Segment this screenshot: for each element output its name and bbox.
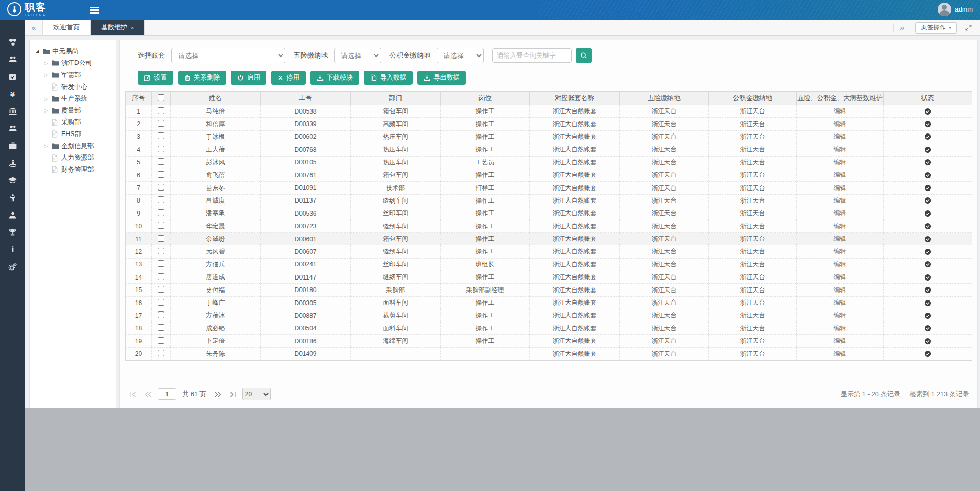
row-checkbox[interactable] <box>158 107 164 114</box>
fund-place-select[interactable]: 请选择 <box>437 48 484 63</box>
row-checkbox[interactable] <box>158 299 164 306</box>
row-checkbox[interactable] <box>158 196 164 203</box>
tree-item[interactable]: ▷军需部 <box>30 69 116 81</box>
tree-item[interactable]: 采购部 <box>30 117 116 129</box>
edit-link[interactable]: 编辑 <box>834 299 847 306</box>
cell-checkbox[interactable] <box>152 143 171 156</box>
cell-checkbox[interactable] <box>152 246 171 258</box>
table-row[interactable]: 14唐道成D01147缝纫车间操作工浙江大自然账套浙江天台浙江天台编辑 <box>126 271 972 284</box>
row-checkbox[interactable] <box>158 171 164 178</box>
tree-caret-icon[interactable]: ▷ <box>43 61 49 66</box>
cell-checkbox[interactable] <box>152 220 171 232</box>
cell-checkbox[interactable] <box>152 105 171 118</box>
table-row[interactable]: 8昌诚庚D01137缝纫车间操作工浙江大自然账套浙江天台浙江天台编辑 <box>126 194 972 207</box>
check-square-icon[interactable] <box>0 68 25 85</box>
edit-link[interactable]: 编辑 <box>834 286 847 294</box>
bank-icon[interactable] <box>0 103 25 120</box>
tree-item[interactable]: 研发中心 <box>30 81 116 93</box>
briefcase-icon[interactable] <box>0 137 25 154</box>
page-size-select[interactable]: 20 <box>242 388 271 400</box>
table-row[interactable]: 13方佃兵D00241丝印车间班组长浙江大自然账套浙江天台浙江天台编辑 <box>126 258 972 271</box>
row-checkbox[interactable] <box>158 350 164 356</box>
trash-button[interactable]: 关系删除 <box>178 71 226 85</box>
page-number-input[interactable] <box>158 388 176 400</box>
table-row[interactable]: 19卜定倍D00186海绵车间操作工浙江大自然账套浙江天台浙江天台编辑 <box>126 335 972 348</box>
row-checkbox[interactable] <box>158 337 164 344</box>
row-checkbox[interactable] <box>158 311 164 318</box>
table-row[interactable]: 15史付福D00180采购部采购部副经理浙江大自然账套浙江天台浙江天台编辑 <box>126 284 972 296</box>
table-row[interactable]: 11余诚纷D00601箱包车间操作工浙江大自然账套浙江天台浙江天台编辑 <box>126 232 972 245</box>
edit-button[interactable]: 设置 <box>138 71 173 85</box>
power-button[interactable]: 启用 <box>231 71 266 85</box>
info-icon[interactable]: i <box>0 241 25 258</box>
account-select[interactable]: 请选择 <box>171 48 285 63</box>
table-row[interactable]: 12元凤碧D00607缝纫车间操作工浙江大自然账套浙江天台浙江天台编辑 <box>126 246 972 258</box>
cell-checkbox[interactable] <box>152 169 171 181</box>
edit-link[interactable]: 编辑 <box>834 235 847 242</box>
row-checkbox[interactable] <box>158 260 164 267</box>
cubes-icon[interactable] <box>0 34 25 51</box>
table-row[interactable]: 3于冰根D00602热压车间操作工浙江大自然账套浙江天台浙江天台编辑 <box>126 130 972 143</box>
table-row[interactable]: 7苗东冬D01091技术部打样工浙江大自然账套浙江天台浙江天台编辑 <box>126 182 972 194</box>
tab-base-maintenance[interactable]: 基数维护 × <box>91 20 145 35</box>
edit-link[interactable]: 编辑 <box>834 311 847 319</box>
table-row[interactable]: 17方蓓冰D00887裁剪车间操作工浙江大自然账套浙江天台浙江天台编辑 <box>126 309 972 322</box>
tree-item[interactable]: ▷生产系统 <box>30 93 116 105</box>
tree-item[interactable]: ▷浙江D公司 <box>30 58 116 70</box>
user-menu[interactable]: admin <box>938 3 973 16</box>
select-all-checkbox[interactable] <box>158 94 164 101</box>
cell-checkbox[interactable] <box>152 182 171 194</box>
row-checkbox[interactable] <box>158 132 164 139</box>
row-checkbox[interactable] <box>158 248 164 254</box>
table-row[interactable]: 9潘寒承D00536丝印车间操作工浙江大自然账套浙江天台浙江天台编辑 <box>126 207 972 220</box>
cell-checkbox[interactable] <box>152 335 171 348</box>
cell-checkbox[interactable] <box>152 258 171 271</box>
tab-welcome[interactable]: 欢迎首页 <box>43 20 91 35</box>
tree-caret-icon[interactable]: ◢ <box>34 49 40 54</box>
x-button[interactable]: 停用 <box>271 71 306 85</box>
edit-link[interactable]: 编辑 <box>834 248 847 255</box>
row-checkbox[interactable] <box>158 273 164 280</box>
cell-checkbox[interactable] <box>152 309 171 322</box>
cell-checkbox[interactable] <box>152 284 171 296</box>
row-checkbox[interactable] <box>158 286 164 293</box>
tree-caret-icon[interactable]: ▷ <box>43 108 49 113</box>
cell-checkbox[interactable] <box>152 296 171 309</box>
edit-link[interactable]: 编辑 <box>834 273 847 281</box>
tree-item[interactable]: ▷企划信息部 <box>30 140 116 152</box>
cell-checkbox[interactable] <box>152 322 171 334</box>
table-row[interactable]: 1马纯倍D00538箱包车间操作工浙江大自然账套浙江天台浙江天台编辑 <box>126 105 972 118</box>
row-checkbox[interactable] <box>158 222 164 229</box>
edit-link[interactable]: 编辑 <box>834 209 847 217</box>
tree-caret-icon[interactable]: ▷ <box>43 72 49 77</box>
search-button[interactable] <box>576 48 592 63</box>
row-checkbox[interactable] <box>158 120 164 127</box>
edit-link[interactable]: 编辑 <box>834 133 847 140</box>
user-icon[interactable] <box>0 206 25 224</box>
tree-item[interactable]: EHS部 <box>30 128 116 140</box>
prev-page-icon[interactable] <box>142 388 154 400</box>
next-page-icon[interactable] <box>212 388 224 400</box>
tabs-scroll-right-icon[interactable]: » <box>893 24 911 32</box>
insurance-place-select[interactable]: 请选择 <box>334 48 381 63</box>
edit-link[interactable]: 编辑 <box>834 337 847 344</box>
cell-checkbox[interactable] <box>152 118 171 130</box>
fullscreen-icon[interactable] <box>961 22 976 34</box>
edit-link[interactable]: 编辑 <box>834 120 847 128</box>
edit-link[interactable]: 编辑 <box>834 107 847 115</box>
row-checkbox[interactable] <box>158 324 164 331</box>
graduation-cap-icon[interactable] <box>0 172 25 189</box>
tabs-scroll-left-icon[interactable]: « <box>25 20 43 35</box>
first-page-icon[interactable] <box>127 388 139 400</box>
edit-link[interactable]: 编辑 <box>834 350 847 358</box>
cell-checkbox[interactable] <box>152 156 171 169</box>
table-row[interactable]: 16于峰广D00305面料车间操作工浙江大自然账套浙江天台浙江天台编辑 <box>126 296 972 309</box>
cell-checkbox[interactable] <box>152 271 171 284</box>
edit-link[interactable]: 编辑 <box>834 159 847 166</box>
table-row[interactable]: 5彭冰风D00105热压车间工艺员浙江大自然账套浙江天台浙江天台编辑 <box>126 156 972 169</box>
row-checkbox[interactable] <box>158 209 164 216</box>
cell-checkbox[interactable] <box>152 194 171 207</box>
cell-checkbox[interactable] <box>152 232 171 245</box>
table-row[interactable]: 20朱丹陈D01409浙江大自然账套浙江天台浙江天台编辑 <box>126 348 972 360</box>
edit-link[interactable]: 编辑 <box>834 146 847 153</box>
